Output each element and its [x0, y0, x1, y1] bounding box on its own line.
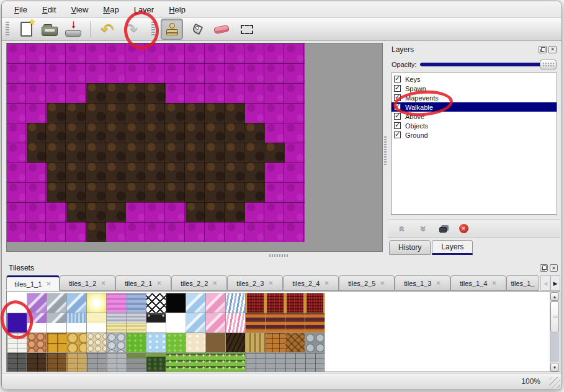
walkable-cell[interactable] — [166, 123, 186, 143]
tileset-tile[interactable] — [226, 313, 245, 332]
menu-view[interactable]: View — [63, 3, 96, 16]
walkable-cell[interactable] — [47, 182, 66, 202]
tileset-tile[interactable] — [67, 293, 86, 313]
tab-close-icon[interactable] — [491, 280, 496, 287]
tileset-tile[interactable] — [146, 293, 166, 313]
menu-help[interactable]: Help — [161, 3, 193, 16]
tileset-tile[interactable] — [27, 353, 47, 372]
tileset-tile[interactable] — [305, 333, 325, 352]
tileset-tile[interactable] — [87, 313, 106, 332]
splitter-grip[interactable] — [384, 136, 387, 165]
toolbar-drag-handle[interactable] — [6, 22, 9, 37]
tab-close-icon[interactable] — [46, 280, 51, 287]
walkable-cell[interactable] — [86, 182, 106, 202]
layer-visibility-checkbox[interactable] — [394, 104, 401, 110]
tileset-tile[interactable] — [7, 353, 27, 372]
tileset-tab-tiles_2_4[interactable]: tiles_2_4 — [283, 275, 339, 291]
opacity-slider[interactable] — [420, 63, 544, 66]
walkable-cell[interactable] — [86, 163, 106, 182]
walkable-cell[interactable] — [186, 202, 205, 222]
walkable-cell[interactable] — [126, 123, 146, 143]
tileset-tile[interactable] — [47, 313, 66, 332]
walkable-cell[interactable] — [86, 83, 106, 103]
tileset-tile[interactable] — [127, 353, 146, 372]
walkable-cell[interactable] — [47, 143, 66, 163]
tileset-tile[interactable] — [107, 333, 126, 352]
tileset-tile[interactable] — [246, 313, 265, 332]
layer-visibility-checkbox[interactable] — [394, 85, 401, 92]
walkable-cell[interactable] — [245, 123, 265, 143]
tileset-tile[interactable] — [206, 293, 225, 313]
walkable-cell[interactable] — [126, 182, 146, 202]
walkable-cell[interactable] — [186, 123, 205, 143]
tab-close-icon[interactable] — [268, 280, 273, 287]
tileset-tab-tiles_2_3[interactable]: tiles_2_3 — [227, 275, 283, 291]
tileset-tile[interactable] — [285, 353, 305, 372]
tileset-tile[interactable] — [146, 333, 166, 352]
walkable-cell[interactable] — [86, 123, 106, 143]
tileset-tile[interactable] — [67, 333, 86, 352]
walkable-cell[interactable] — [225, 103, 245, 123]
walkable-cell[interactable] — [265, 143, 285, 163]
walkable-cell[interactable] — [186, 182, 205, 202]
tileset-tile[interactable] — [226, 353, 245, 372]
walkable-cell[interactable] — [126, 83, 146, 103]
walkable-cell[interactable] — [225, 202, 245, 222]
tileset-tile[interactable] — [166, 353, 186, 372]
walkable-cell[interactable] — [47, 163, 66, 182]
redo-button[interactable] — [120, 19, 142, 40]
layer-row-above[interactable]: Above — [392, 112, 557, 121]
tileset-tab-tiles_2_5[interactable]: tiles_2_5 — [339, 275, 395, 291]
tileset-tile[interactable] — [186, 333, 205, 352]
walkable-cell[interactable] — [47, 123, 66, 143]
walkable-cell[interactable] — [205, 163, 225, 182]
delete-layer-button[interactable] — [455, 221, 472, 236]
tileset-tile[interactable] — [47, 333, 66, 352]
layer-visibility-checkbox[interactable] — [394, 122, 401, 129]
walkable-cell[interactable] — [205, 182, 225, 202]
walkable-cell[interactable] — [166, 103, 186, 123]
tileset-tab-tiles_2_2[interactable]: tiles_2_2 — [171, 275, 227, 291]
tileset-tile[interactable] — [166, 333, 186, 352]
walkable-cell[interactable] — [86, 143, 106, 163]
walkable-cell[interactable] — [126, 103, 146, 123]
tab-close-icon[interactable] — [101, 280, 105, 287]
float-icon[interactable] — [539, 46, 547, 53]
layer-visibility-checkbox[interactable] — [394, 76, 401, 82]
walkable-cell[interactable] — [225, 163, 245, 182]
walkable-cell[interactable] — [146, 123, 166, 143]
tileset-tile[interactable] — [266, 333, 285, 352]
duplicate-layer-button[interactable] — [435, 221, 451, 236]
tileset-tile[interactable] — [266, 313, 285, 332]
walkable-cell[interactable] — [86, 202, 106, 222]
selected-tile[interactable] — [7, 313, 27, 332]
tileset-scrollbar[interactable] — [550, 292, 559, 372]
new-map-button[interactable] — [15, 19, 37, 40]
layer-visibility-checkbox[interactable] — [394, 131, 401, 138]
walkable-cell[interactable] — [106, 83, 126, 103]
walkable-cell[interactable] — [47, 103, 66, 123]
eraser-tool-button[interactable] — [210, 19, 233, 40]
scroll-down-icon[interactable] — [550, 363, 559, 372]
walkable-cell[interactable] — [146, 143, 166, 163]
tileset-tile[interactable] — [266, 353, 285, 372]
tab-scroll-right-icon[interactable] — [550, 275, 560, 291]
tileset-tile[interactable] — [87, 353, 106, 372]
walkable-cell[interactable] — [146, 182, 166, 202]
tileset-tile[interactable] — [246, 353, 265, 372]
walkable-cell[interactable] — [106, 182, 126, 202]
walkable-cell[interactable] — [225, 182, 245, 202]
tileset-tile[interactable] — [186, 313, 205, 332]
walkable-cell[interactable] — [186, 103, 205, 123]
tileset-tab-tiles_1_4[interactable]: tiles_1_4 — [450, 275, 506, 291]
tileset-tile[interactable] — [226, 333, 245, 352]
tileset-tile[interactable] — [285, 313, 305, 332]
opacity-slider-handle[interactable] — [540, 60, 557, 69]
walkable-cell[interactable] — [66, 182, 86, 202]
tileset-tile[interactable] — [146, 353, 166, 372]
walkable-cell[interactable] — [66, 163, 86, 182]
float-icon[interactable] — [540, 264, 548, 272]
walkable-cell[interactable] — [245, 143, 265, 163]
walkable-cell[interactable] — [245, 163, 265, 182]
walkable-cell[interactable] — [66, 143, 86, 163]
